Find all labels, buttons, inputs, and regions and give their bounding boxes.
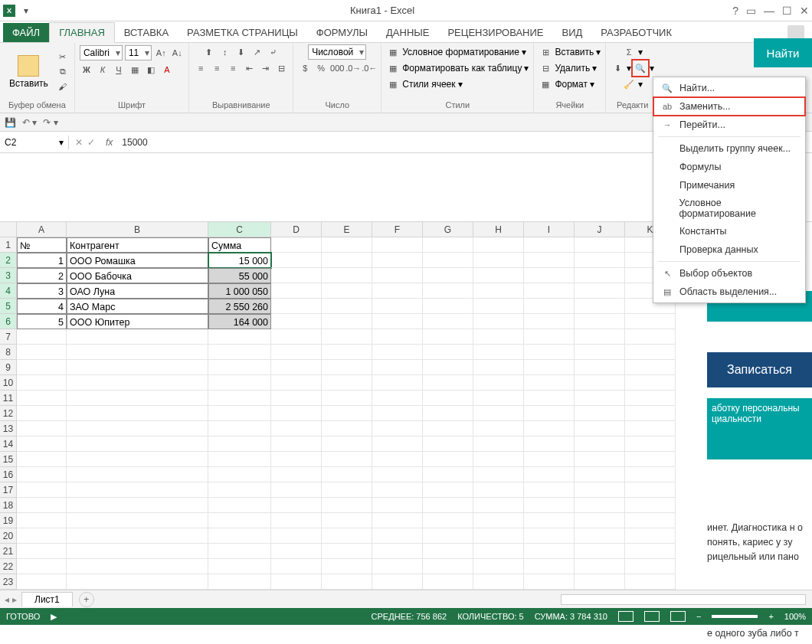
cell[interactable]	[67, 345, 208, 360]
cell[interactable]	[423, 391, 473, 406]
zoom-in-button[interactable]: +	[768, 612, 773, 621]
cell[interactable]	[322, 406, 372, 421]
column-header[interactable]: F	[372, 222, 423, 237]
row-header[interactable]: 21	[0, 544, 17, 559]
cell[interactable]	[17, 467, 67, 482]
tab-page-layout[interactable]: РАЗМЕТКА СТРАНИЦЫ	[178, 23, 307, 42]
cell[interactable]	[625, 345, 676, 360]
cell[interactable]	[17, 482, 67, 498]
cell[interactable]	[575, 360, 625, 375]
cell[interactable]	[423, 513, 473, 528]
cell[interactable]	[575, 574, 625, 590]
cell[interactable]	[271, 498, 322, 513]
cell[interactable]	[322, 544, 372, 559]
cell[interactable]	[473, 391, 524, 406]
cell[interactable]	[322, 559, 372, 574]
cell[interactable]	[372, 467, 423, 482]
cell[interactable]: 5	[17, 314, 67, 329]
cell[interactable]	[524, 253, 575, 268]
cell[interactable]	[17, 375, 67, 391]
font-color-button[interactable]: A	[160, 63, 174, 77]
cell[interactable]	[423, 574, 473, 590]
delete-cells-button[interactable]: ⊟Удалить ▾	[539, 60, 597, 76]
cell[interactable]	[473, 482, 524, 498]
font-name-combo[interactable]: Calibri▾	[80, 45, 123, 60]
cell[interactable]	[208, 544, 271, 559]
cell[interactable]	[17, 421, 67, 436]
cell[interactable]	[575, 283, 625, 299]
cell[interactable]	[423, 299, 473, 314]
cell[interactable]	[473, 237, 524, 253]
redo-button[interactable]: ↷ ▾	[43, 117, 57, 128]
cell[interactable]	[625, 544, 676, 559]
sheet-nav-first[interactable]: ◂	[5, 594, 9, 605]
cell[interactable]	[372, 498, 423, 513]
cell[interactable]	[271, 391, 322, 406]
cell[interactable]	[524, 574, 575, 590]
tab-formulas[interactable]: ФОРМУЛЫ	[307, 23, 377, 42]
italic-button[interactable]: К	[96, 63, 110, 77]
cell[interactable]	[524, 391, 575, 406]
cell[interactable]	[271, 299, 322, 314]
cell[interactable]	[575, 299, 625, 314]
cell[interactable]	[524, 467, 575, 482]
cell[interactable]	[372, 452, 423, 467]
cell[interactable]	[208, 436, 271, 452]
page-break-view-button[interactable]	[670, 611, 686, 622]
cell[interactable]	[473, 375, 524, 391]
cell[interactable]	[625, 482, 676, 498]
cell[interactable]	[67, 559, 208, 574]
cell[interactable]	[423, 436, 473, 452]
ribbon-options-button[interactable]: ▭	[746, 5, 756, 17]
cell[interactable]	[423, 528, 473, 544]
qat-dropdown[interactable]: ▾	[20, 5, 32, 17]
cell[interactable]	[625, 513, 676, 528]
wrap-text-button[interactable]: ⤶	[267, 45, 280, 59]
external-find-button[interactable]: Найти	[754, 38, 812, 67]
cell[interactable]	[208, 574, 271, 590]
column-header[interactable]: D	[271, 222, 322, 237]
cell[interactable]: ЗАО Марс	[67, 299, 208, 314]
row-header[interactable]: 19	[0, 513, 17, 528]
cell[interactable]	[423, 329, 473, 345]
cell[interactable]	[322, 237, 372, 253]
cell[interactable]: Контрагент	[67, 237, 208, 253]
help-button[interactable]: ?	[732, 5, 738, 17]
cell[interactable]	[322, 513, 372, 528]
menu-conditional-formatting[interactable]: Условное форматирование	[653, 195, 805, 222]
row-header[interactable]: 8	[0, 345, 17, 360]
cell[interactable]	[67, 436, 208, 452]
row-header[interactable]: 11	[0, 391, 17, 406]
cell[interactable]	[625, 391, 676, 406]
cell[interactable]	[473, 528, 524, 544]
cell[interactable]	[473, 283, 524, 299]
cell[interactable]	[625, 467, 676, 482]
cell[interactable]	[575, 436, 625, 452]
cell[interactable]	[17, 452, 67, 467]
tab-home[interactable]: ГЛАВНАЯ	[49, 22, 115, 43]
cell[interactable]	[372, 574, 423, 590]
cell[interactable]	[524, 421, 575, 436]
cell[interactable]	[271, 544, 322, 559]
conditional-formatting-button[interactable]: ▦Условное форматирование ▾	[386, 44, 526, 60]
format-as-table-button[interactable]: ▦Форматировать как таблицу ▾	[386, 60, 529, 76]
cell[interactable]	[423, 345, 473, 360]
increase-font-button[interactable]: A↑	[154, 46, 168, 60]
cell[interactable]	[67, 544, 208, 559]
add-sheet-button[interactable]: +	[79, 592, 94, 607]
decrease-indent-button[interactable]: ⇤	[242, 61, 256, 75]
cell[interactable]	[524, 360, 575, 375]
cell[interactable]	[575, 237, 625, 253]
cell[interactable]	[473, 360, 524, 375]
cell[interactable]	[271, 528, 322, 544]
column-header[interactable]: H	[473, 222, 524, 237]
page-layout-view-button[interactable]	[644, 611, 660, 622]
cell[interactable]: 2 550 260	[208, 299, 271, 314]
row-header[interactable]: 6	[0, 314, 17, 329]
tab-file[interactable]: ФАЙЛ	[3, 23, 49, 42]
cell[interactable]	[473, 421, 524, 436]
cell[interactable]: №	[17, 237, 67, 253]
cell[interactable]	[322, 299, 372, 314]
row-header[interactable]: 22	[0, 559, 17, 574]
cell[interactable]	[423, 283, 473, 299]
